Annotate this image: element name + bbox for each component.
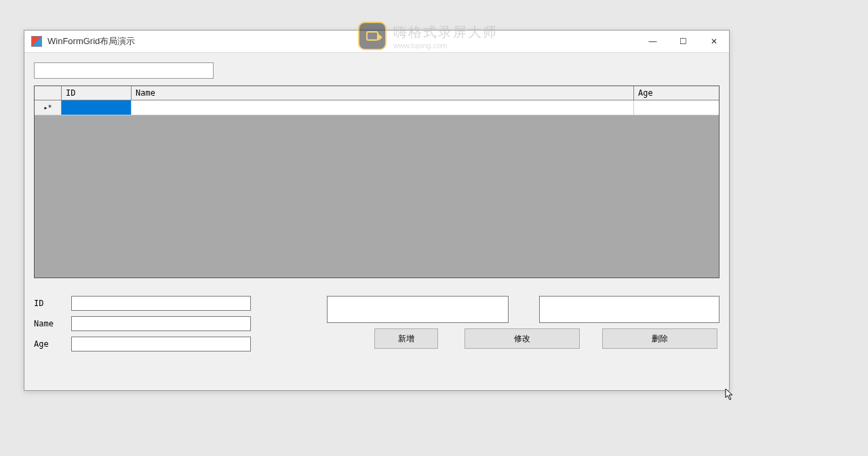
column-header-age[interactable]: Age bbox=[634, 86, 719, 100]
label-age: Age bbox=[34, 339, 71, 349]
form-area: ID Name Age 新增 修改 bbox=[34, 296, 719, 352]
edit-button[interactable]: 修改 bbox=[465, 328, 580, 349]
input-name[interactable] bbox=[71, 316, 251, 331]
data-grid[interactable]: ID Name Age ▸* bbox=[34, 86, 719, 278]
minimize-button[interactable]: — bbox=[637, 31, 668, 52]
grid-header-row: ID Name Age bbox=[35, 86, 719, 100]
row-indicator-icon: ▸* bbox=[35, 100, 62, 115]
column-header-id[interactable]: ID bbox=[62, 86, 132, 100]
input-id[interactable] bbox=[71, 296, 251, 311]
cell-name[interactable] bbox=[132, 100, 634, 115]
window-controls: — ☐ ✕ bbox=[637, 31, 729, 52]
window-title: WinFormGrid布局演示 bbox=[47, 35, 637, 48]
edit-delete-column: 修改 删除 bbox=[539, 296, 719, 352]
filter-input[interactable] bbox=[34, 62, 214, 79]
form-row-id: ID bbox=[34, 296, 276, 311]
form-fields: ID Name Age bbox=[34, 296, 276, 352]
add-button[interactable]: 新增 bbox=[374, 328, 438, 349]
add-textarea[interactable] bbox=[327, 296, 509, 323]
app-window: WinFormGrid布局演示 — ☐ ✕ ID Name Age ▸* bbox=[24, 30, 730, 391]
maximize-button[interactable]: ☐ bbox=[668, 31, 698, 52]
column-header-name[interactable]: Name bbox=[132, 86, 634, 100]
title-bar: WinFormGrid布局演示 — ☐ ✕ bbox=[24, 31, 729, 53]
content-area: ID Name Age ▸* ID Name bbox=[24, 53, 729, 390]
edit-textarea[interactable] bbox=[539, 296, 719, 323]
form-row-age: Age bbox=[34, 337, 276, 352]
label-id: ID bbox=[34, 299, 71, 308]
app-icon bbox=[31, 36, 42, 47]
cell-id[interactable] bbox=[62, 100, 132, 115]
input-age[interactable] bbox=[71, 337, 251, 352]
close-button[interactable]: ✕ bbox=[698, 31, 729, 52]
row-selector-header bbox=[35, 86, 62, 100]
edit-delete-buttons: 修改 删除 bbox=[539, 328, 717, 349]
delete-button[interactable]: 删除 bbox=[602, 328, 717, 349]
label-name: Name bbox=[34, 319, 71, 328]
form-row-name: Name bbox=[34, 316, 276, 331]
grid-new-row[interactable]: ▸* bbox=[35, 100, 719, 115]
cell-age[interactable] bbox=[634, 100, 719, 115]
